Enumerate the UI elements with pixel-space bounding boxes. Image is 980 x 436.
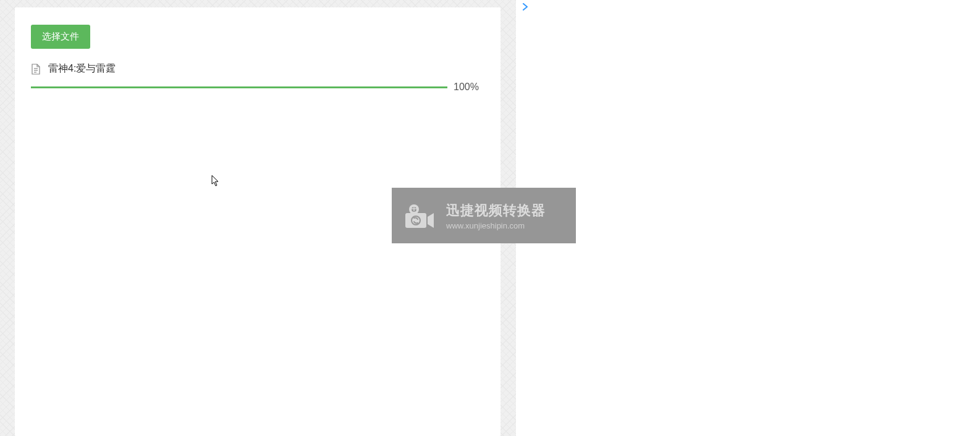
progress-percent-text: 100% xyxy=(454,82,479,93)
right-panel xyxy=(516,0,980,436)
progress-bar xyxy=(31,86,447,88)
watermark-title: 迅捷视频转换器 xyxy=(446,201,546,220)
document-icon xyxy=(31,64,41,75)
video-converter-icon xyxy=(403,201,437,230)
watermark-text: 迅捷视频转换器 www.xunjieshipin.com xyxy=(446,201,546,230)
file-row: 雷神4:爱与雷霆 xyxy=(31,62,484,75)
watermark-url: www.xunjieshipin.com xyxy=(446,221,546,230)
watermark-overlay: 迅捷视频转换器 www.xunjieshipin.com xyxy=(392,188,576,243)
svg-rect-5 xyxy=(405,213,426,228)
file-name: 雷神4:爱与雷霆 xyxy=(48,62,116,75)
chevron-right-icon[interactable] xyxy=(522,2,528,13)
progress-row: 100% xyxy=(31,82,484,93)
progress-bar-fill xyxy=(31,86,447,88)
select-file-button[interactable]: 选择文件 xyxy=(31,25,90,49)
